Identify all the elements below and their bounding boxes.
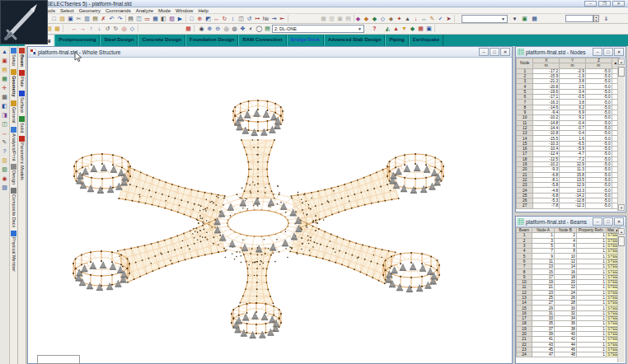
subpage-tab-beam[interactable]: Beam xyxy=(19,48,25,67)
toolbar-combobox[interactable]: ▼ xyxy=(462,15,508,23)
grayed-tool-4-icon[interactable]: ▤ xyxy=(344,15,352,22)
green-table-icon[interactable]: ▣ xyxy=(521,15,528,22)
shaded-view-icon[interactable]: ◧ xyxy=(1,102,9,110)
app-titlebar[interactable]: STAAD.Pro V8i (SELECTseries 5) - platfor… xyxy=(0,0,628,7)
structure-view-canvas[interactable] xyxy=(28,58,512,363)
subpage-tab-solid[interactable]: Solid xyxy=(19,116,25,133)
nodes-maximize-button[interactable]: □ xyxy=(603,48,613,56)
tab-piping[interactable]: Piping xyxy=(385,35,408,46)
grid-toggle-icon[interactable]: ▩ xyxy=(1,93,9,101)
node-numbers-icon[interactable]: ▦ xyxy=(417,25,424,32)
grid-settings-icon[interactable]: ▾ xyxy=(511,15,518,22)
print-icon[interactable]: ▤ xyxy=(127,15,134,22)
nodes-close-button[interactable]: ✕ xyxy=(614,48,624,56)
previous-view-icon[interactable]: ◐ xyxy=(247,25,255,32)
tab-steel-design[interactable]: Steel Design xyxy=(100,35,138,46)
view-management-icon[interactable]: ▤ xyxy=(264,25,271,32)
toolbar-input[interactable] xyxy=(565,15,593,22)
snap-grid-icon[interactable]: ▦ xyxy=(185,25,192,32)
nodes-panel-titlebar[interactable]: platform-final.std - Nodes – □ ✕ xyxy=(516,47,626,58)
menu-select[interactable]: Select xyxy=(59,8,76,13)
page-tab-design[interactable]: Design xyxy=(11,164,16,184)
help-icon[interactable]: ? xyxy=(371,25,378,32)
tab-earthquake[interactable]: Earthquake xyxy=(409,35,444,46)
page-tab-analysis-print[interactable]: Analysis/Print xyxy=(11,127,16,161)
table-row[interactable]: 2447481STEEL xyxy=(517,352,621,357)
query-member-icon[interactable]: ? xyxy=(1,147,9,156)
dynamic-zoom-icon[interactable]: ◉ xyxy=(198,25,205,32)
merge-icon[interactable]: ⇥ xyxy=(270,15,278,22)
zoom-window-icon[interactable]: ◎ xyxy=(223,25,230,32)
menu-commands[interactable]: Commands xyxy=(104,8,133,13)
grayed-tool-1-icon[interactable]: ▦ xyxy=(320,15,327,22)
view-maximize-button[interactable]: □ xyxy=(490,48,499,56)
view-up-icon[interactable]: ↑ xyxy=(87,25,95,32)
rotate-ccw-icon[interactable]: ↺ xyxy=(104,25,111,32)
display-options-icon[interactable]: ▥ xyxy=(1,156,9,165)
tab-bridge-deck[interactable]: Bridge Deck xyxy=(287,35,324,46)
page-tab-general[interactable]: General xyxy=(11,100,16,124)
import-values-icon[interactable]: ⇓ xyxy=(602,15,610,22)
tab-advanced-slab-design[interactable]: Advanced Slab Design xyxy=(324,35,386,46)
run-analysis-icon[interactable]: ▶ xyxy=(176,15,184,22)
surface-cursor-icon[interactable]: ◇ xyxy=(379,15,387,22)
nodes-scroll-up-icon[interactable]: ▲ xyxy=(618,58,625,65)
subpage-tab-surface[interactable]: Surface xyxy=(19,91,25,113)
geometry-cursor-icon[interactable]: ✦ xyxy=(396,15,403,22)
color-settings-icon[interactable]: ▧ xyxy=(1,166,9,174)
new-view-icon[interactable]: □ xyxy=(188,15,195,22)
section-view-icon[interactable]: ◫ xyxy=(1,120,9,128)
beam-numbers-icon[interactable]: ▣ xyxy=(425,25,433,32)
page-tab-physical-member[interactable]: Physical Member xyxy=(11,231,16,272)
report-icon[interactable]: ▧ xyxy=(168,15,176,22)
split-icon[interactable]: ⇤ xyxy=(279,15,286,22)
stretch-icon[interactable]: ↦ xyxy=(254,15,261,22)
open-file-icon[interactable]: ▨ xyxy=(59,15,66,22)
mirror-icon[interactable]: ◫ xyxy=(237,15,245,22)
copy-icon[interactable]: ▥ xyxy=(83,15,91,22)
beams-maximize-button[interactable]: □ xyxy=(603,217,613,226)
node-labels-icon[interactable]: ▣ xyxy=(1,57,9,65)
add-beam-icon[interactable]: ◩ xyxy=(204,15,212,22)
rotate-cw-icon[interactable]: ↻ xyxy=(112,25,120,32)
translational-repeat-icon[interactable]: ↔ xyxy=(213,15,220,22)
page-tab-setup[interactable]: Setup xyxy=(11,48,16,66)
new-file-icon[interactable]: □ xyxy=(50,15,58,22)
menu-analyze[interactable]: Analyze xyxy=(134,8,155,13)
redo-icon[interactable]: ↷ xyxy=(116,15,124,22)
delete-icon[interactable]: ✗ xyxy=(100,15,107,22)
nodes-scroll-down-icon[interactable]: ▼ xyxy=(618,204,625,211)
tab-ram-connection[interactable]: RAM Connection xyxy=(238,35,286,46)
menu-mode[interactable]: Mode xyxy=(157,8,172,13)
whole-structure-icon[interactable]: ◯ xyxy=(255,25,263,32)
view-front-icon[interactable]: ◎ xyxy=(120,25,128,32)
dimension-icon[interactable]: ↔ xyxy=(420,15,428,22)
query-icon[interactable]: ✓ xyxy=(437,15,444,22)
grayed-tool-3-icon[interactable]: ▣ xyxy=(336,15,344,22)
plate-labels-icon[interactable]: ▦ xyxy=(1,75,9,83)
dimension-tool-icon[interactable]: ↔ xyxy=(1,129,9,138)
zoom-out-icon[interactable]: ⊖ xyxy=(214,25,222,32)
rendered-view-icon[interactable]: ◨ xyxy=(1,111,9,119)
nodes-minimize-button[interactable]: – xyxy=(593,48,602,56)
nodes-scrollbar[interactable]: ▲ ▼ xyxy=(617,58,625,211)
print-preview-icon[interactable]: ◫ xyxy=(135,15,143,22)
view-close-button[interactable]: ✕ xyxy=(500,48,510,56)
minimize-button[interactable]: – xyxy=(584,1,597,7)
nodes-scroll-thumb[interactable] xyxy=(618,67,625,77)
paste-icon[interactable]: ▤ xyxy=(91,15,99,22)
restore-button[interactable]: ❐ xyxy=(598,1,611,7)
assign-icon[interactable]: ➤ xyxy=(445,15,452,22)
beam-labels-icon[interactable]: ▤ xyxy=(1,66,9,74)
beams-scroll-thumb[interactable] xyxy=(618,236,625,246)
symbols-icon[interactable]: ▲ xyxy=(1,48,9,56)
save-icon[interactable]: ▣ xyxy=(67,15,74,22)
menu-help[interactable]: Help xyxy=(196,8,209,13)
data-grid-icon[interactable]: ▦ xyxy=(531,15,538,22)
node-cursor-icon[interactable]: ◆ xyxy=(354,15,362,22)
table-row[interactable]: 27-7.8-12.3-5.0 xyxy=(517,203,620,208)
beams-panel-titlebar[interactable]: platform-final.std - Beams – □ ✕ xyxy=(516,217,626,227)
zoom-in-icon[interactable]: ⊕ xyxy=(206,25,213,32)
spinner-control[interactable]: ▲▼ xyxy=(593,15,599,22)
view-iso-icon[interactable]: ◇ xyxy=(129,25,136,32)
